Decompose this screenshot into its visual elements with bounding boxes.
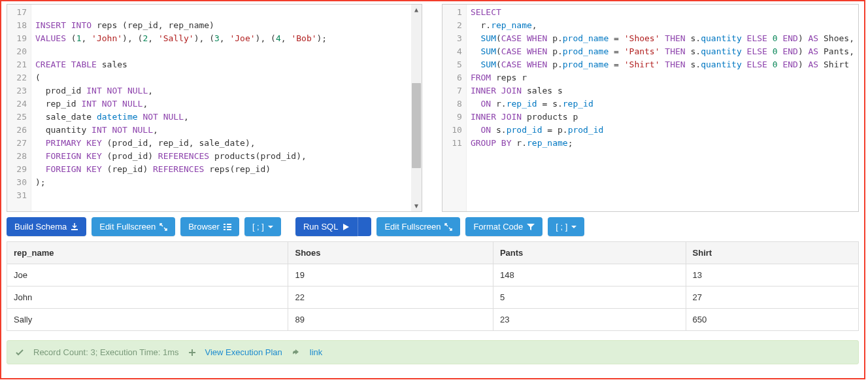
browser-label: Browser — [188, 222, 220, 232]
schema-editor-gutter: 171819202122232425262728293031 — [7, 5, 31, 211]
table-cell: 27 — [686, 286, 858, 309]
download-icon — [71, 223, 78, 231]
results-header-cell[interactable]: Shoes — [288, 242, 493, 264]
table-cell: John — [7, 286, 288, 309]
scroll-down-icon[interactable]: ▼ — [411, 201, 422, 211]
table-cell: 22 — [288, 286, 493, 309]
table-row: John22527 — [7, 286, 859, 309]
schema-editor-scrollbar[interactable]: ▲ ▼ — [411, 5, 422, 211]
query-editor-gutter: 1234567891011 — [442, 5, 467, 211]
terminator-dropdown[interactable]: [ ; ] — [244, 217, 281, 236]
edit-fullscreen-button-right[interactable]: Edit Fullscreen — [376, 217, 460, 236]
query-toolbar: Run SQL Edit Fullscreen Format Code — [295, 212, 590, 239]
scroll-thumb[interactable] — [412, 83, 421, 168]
run-sql-split-button: Run SQL — [295, 217, 371, 236]
edit-fullscreen-label: Edit Fullscreen — [99, 222, 156, 232]
results-header-row: rep_nameShoesPantsShirt — [7, 242, 859, 264]
format-code-label: Format Code — [473, 222, 523, 232]
results-header-cell[interactable]: Pants — [493, 242, 686, 264]
table-row: Sally8923650 — [7, 309, 859, 331]
view-execution-plan-link[interactable]: View Execution Plan — [205, 347, 282, 357]
check-icon — [15, 348, 24, 357]
build-schema-button[interactable]: Build Schema — [7, 217, 86, 236]
table-cell: 13 — [686, 264, 858, 286]
caret-down-icon — [268, 226, 273, 228]
run-sql-label: Run SQL — [303, 222, 338, 232]
results-header-cell[interactable]: rep_name — [7, 242, 288, 264]
svg-rect-5 — [224, 229, 225, 230]
svg-rect-0 — [71, 229, 78, 230]
schema-toolbar: Build Schema Edit Fullscreen Browser [ ;… — [1, 212, 286, 239]
table-cell: 148 — [493, 264, 686, 286]
filter-icon — [527, 223, 535, 231]
results-header-cell[interactable]: Shirt — [686, 242, 858, 264]
table-cell: 19 — [288, 264, 493, 286]
terminator-label: [ ; ] — [252, 222, 264, 232]
browser-button[interactable]: Browser — [180, 217, 239, 236]
tree-icon — [224, 223, 231, 231]
table-cell: Joe — [7, 264, 288, 286]
status-bar: Record Count: 3; Execution Time: 1ms Vie… — [7, 340, 859, 364]
svg-rect-8 — [189, 352, 195, 353]
app-frame: 171819202122232425262728293031 INSERT IN… — [0, 0, 865, 379]
svg-rect-4 — [227, 226, 231, 228]
svg-rect-2 — [227, 224, 231, 225]
schema-editor-code[interactable]: INSERT INTO reps (rep_id, rep_name)VALUE… — [31, 5, 422, 211]
table-cell: 5 — [493, 286, 686, 309]
table-cell: 650 — [686, 309, 858, 331]
table-cell: 23 — [493, 309, 686, 331]
share-icon — [292, 348, 301, 357]
svg-rect-6 — [227, 229, 231, 230]
run-sql-button[interactable]: Run SQL — [295, 217, 358, 236]
table-row: Joe1914813 — [7, 264, 859, 286]
svg-rect-3 — [224, 226, 225, 228]
run-sql-dropdown[interactable] — [358, 217, 371, 236]
permalink-link[interactable]: link — [310, 347, 323, 357]
query-editor[interactable]: 1234567891011 SELECT r.rep_name, SUM(CAS… — [442, 4, 859, 212]
results-table: rep_nameShoesPantsShirt Joe1914813John22… — [7, 241, 859, 331]
toolbars: Build Schema Edit Fullscreen Browser [ ;… — [1, 212, 864, 239]
plus-icon — [188, 349, 196, 356]
edit-fullscreen-button[interactable]: Edit Fullscreen — [92, 217, 175, 236]
status-text: Record Count: 3; Execution Time: 1ms — [33, 347, 179, 357]
table-cell: 89 — [288, 309, 493, 331]
caret-down-icon — [571, 226, 576, 228]
schema-editor[interactable]: 171819202122232425262728293031 INSERT IN… — [7, 4, 422, 212]
terminator-dropdown-right[interactable]: [ ; ] — [548, 217, 584, 236]
svg-rect-1 — [224, 224, 225, 225]
editor-panes: 171819202122232425262728293031 INSERT IN… — [1, 1, 864, 212]
scroll-up-icon[interactable]: ▲ — [411, 5, 422, 15]
fullscreen-icon — [159, 223, 167, 231]
play-icon — [342, 223, 350, 231]
table-cell: Sally — [7, 309, 288, 331]
build-schema-label: Build Schema — [14, 222, 67, 232]
fullscreen-icon — [444, 223, 452, 231]
query-editor-code[interactable]: SELECT r.rep_name, SUM(CASE WHEN p.prod_… — [467, 5, 858, 211]
edit-fullscreen-label: Edit Fullscreen — [384, 222, 441, 232]
terminator-label: [ ; ] — [556, 222, 567, 232]
format-code-button[interactable]: Format Code — [465, 217, 542, 236]
